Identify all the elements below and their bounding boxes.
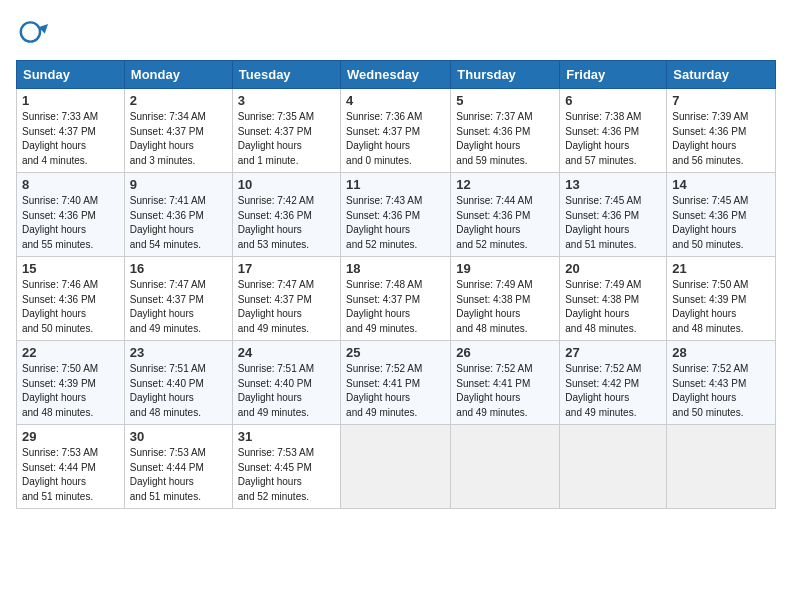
daylight-hours-label: Daylight hours	[238, 476, 302, 487]
calendar-cell: 7Sunrise: 7:39 AMSunset: 4:36 PMDaylight…	[667, 89, 776, 173]
day-number: 22	[22, 345, 119, 360]
day-number: 19	[456, 261, 554, 276]
sunrise-info: Sunrise: 7:52 AM	[565, 363, 641, 374]
calendar-cell: 4Sunrise: 7:36 AMSunset: 4:37 PMDaylight…	[341, 89, 451, 173]
sunrise-info: Sunrise: 7:44 AM	[456, 195, 532, 206]
day-number: 2	[130, 93, 227, 108]
sunrise-info: Sunrise: 7:47 AM	[130, 279, 206, 290]
day-info: Sunrise: 7:41 AMSunset: 4:36 PMDaylight …	[130, 194, 227, 252]
daylight-hours-label: Daylight hours	[130, 392, 194, 403]
sunset-info: Sunset: 4:38 PM	[456, 294, 530, 305]
daylight-hours-label: Daylight hours	[456, 224, 520, 235]
calendar-cell	[560, 425, 667, 509]
calendar-cell	[451, 425, 560, 509]
sunset-info: Sunset: 4:44 PM	[130, 462, 204, 473]
sunrise-info: Sunrise: 7:47 AM	[238, 279, 314, 290]
daylight-hours-value: and 49 minutes.	[346, 323, 417, 334]
day-number: 30	[130, 429, 227, 444]
day-of-week-header: Wednesday	[341, 61, 451, 89]
calendar-cell: 8Sunrise: 7:40 AMSunset: 4:36 PMDaylight…	[17, 173, 125, 257]
day-number: 31	[238, 429, 335, 444]
calendar-cell: 11Sunrise: 7:43 AMSunset: 4:36 PMDayligh…	[341, 173, 451, 257]
day-number: 18	[346, 261, 445, 276]
sunset-info: Sunset: 4:36 PM	[456, 210, 530, 221]
sunrise-info: Sunrise: 7:52 AM	[456, 363, 532, 374]
day-of-week-header: Thursday	[451, 61, 560, 89]
daylight-hours-label: Daylight hours	[565, 308, 629, 319]
day-info: Sunrise: 7:36 AMSunset: 4:37 PMDaylight …	[346, 110, 445, 168]
sunset-info: Sunset: 4:39 PM	[672, 294, 746, 305]
calendar-cell: 24Sunrise: 7:51 AMSunset: 4:40 PMDayligh…	[232, 341, 340, 425]
day-info: Sunrise: 7:39 AMSunset: 4:36 PMDaylight …	[672, 110, 770, 168]
sunset-info: Sunset: 4:37 PM	[238, 294, 312, 305]
daylight-hours-value: and 52 minutes.	[238, 491, 309, 502]
day-of-week-header: Saturday	[667, 61, 776, 89]
daylight-hours-value: and 50 minutes.	[672, 407, 743, 418]
daylight-hours-value: and 56 minutes.	[672, 155, 743, 166]
daylight-hours-value: and 49 minutes.	[346, 407, 417, 418]
day-info: Sunrise: 7:42 AMSunset: 4:36 PMDaylight …	[238, 194, 335, 252]
sunrise-info: Sunrise: 7:46 AM	[22, 279, 98, 290]
day-of-week-header: Friday	[560, 61, 667, 89]
calendar-cell: 16Sunrise: 7:47 AMSunset: 4:37 PMDayligh…	[124, 257, 232, 341]
daylight-hours-label: Daylight hours	[672, 392, 736, 403]
daylight-hours-label: Daylight hours	[565, 224, 629, 235]
calendar-cell: 31Sunrise: 7:53 AMSunset: 4:45 PMDayligh…	[232, 425, 340, 509]
calendar-cell: 25Sunrise: 7:52 AMSunset: 4:41 PMDayligh…	[341, 341, 451, 425]
daylight-hours-label: Daylight hours	[456, 308, 520, 319]
daylight-hours-value: and 49 minutes.	[130, 323, 201, 334]
daylight-hours-label: Daylight hours	[346, 392, 410, 403]
day-number: 8	[22, 177, 119, 192]
daylight-hours-label: Daylight hours	[130, 476, 194, 487]
daylight-hours-label: Daylight hours	[672, 140, 736, 151]
calendar-header-row: SundayMondayTuesdayWednesdayThursdayFrid…	[17, 61, 776, 89]
page-header	[16, 16, 776, 48]
day-number: 28	[672, 345, 770, 360]
day-info: Sunrise: 7:52 AMSunset: 4:42 PMDaylight …	[565, 362, 661, 420]
day-info: Sunrise: 7:47 AMSunset: 4:37 PMDaylight …	[238, 278, 335, 336]
daylight-hours-label: Daylight hours	[565, 140, 629, 151]
calendar-cell: 26Sunrise: 7:52 AMSunset: 4:41 PMDayligh…	[451, 341, 560, 425]
day-number: 3	[238, 93, 335, 108]
day-number: 23	[130, 345, 227, 360]
sunrise-info: Sunrise: 7:35 AM	[238, 111, 314, 122]
daylight-hours-label: Daylight hours	[346, 308, 410, 319]
calendar-week-row: 29Sunrise: 7:53 AMSunset: 4:44 PMDayligh…	[17, 425, 776, 509]
day-number: 5	[456, 93, 554, 108]
day-info: Sunrise: 7:33 AMSunset: 4:37 PMDaylight …	[22, 110, 119, 168]
day-info: Sunrise: 7:51 AMSunset: 4:40 PMDaylight …	[238, 362, 335, 420]
sunrise-info: Sunrise: 7:45 AM	[672, 195, 748, 206]
daylight-hours-label: Daylight hours	[22, 476, 86, 487]
day-number: 12	[456, 177, 554, 192]
calendar-cell: 6Sunrise: 7:38 AMSunset: 4:36 PMDaylight…	[560, 89, 667, 173]
calendar-cell: 17Sunrise: 7:47 AMSunset: 4:37 PMDayligh…	[232, 257, 340, 341]
daylight-hours-label: Daylight hours	[672, 308, 736, 319]
calendar-cell: 13Sunrise: 7:45 AMSunset: 4:36 PMDayligh…	[560, 173, 667, 257]
daylight-hours-value: and 0 minutes.	[346, 155, 412, 166]
sunset-info: Sunset: 4:36 PM	[238, 210, 312, 221]
day-of-week-header: Sunday	[17, 61, 125, 89]
sunset-info: Sunset: 4:37 PM	[346, 294, 420, 305]
daylight-hours-value: and 50 minutes.	[22, 323, 93, 334]
svg-point-0	[21, 22, 40, 41]
sunset-info: Sunset: 4:37 PM	[130, 294, 204, 305]
sunrise-info: Sunrise: 7:53 AM	[22, 447, 98, 458]
daylight-hours-value: and 48 minutes.	[565, 323, 636, 334]
daylight-hours-label: Daylight hours	[346, 224, 410, 235]
day-number: 7	[672, 93, 770, 108]
daylight-hours-label: Daylight hours	[22, 392, 86, 403]
day-of-week-header: Tuesday	[232, 61, 340, 89]
sunset-info: Sunset: 4:45 PM	[238, 462, 312, 473]
daylight-hours-value: and 51 minutes.	[22, 491, 93, 502]
sunrise-info: Sunrise: 7:53 AM	[238, 447, 314, 458]
day-number: 17	[238, 261, 335, 276]
day-info: Sunrise: 7:46 AMSunset: 4:36 PMDaylight …	[22, 278, 119, 336]
day-number: 15	[22, 261, 119, 276]
sunrise-info: Sunrise: 7:52 AM	[672, 363, 748, 374]
day-info: Sunrise: 7:40 AMSunset: 4:36 PMDaylight …	[22, 194, 119, 252]
calendar-week-row: 15Sunrise: 7:46 AMSunset: 4:36 PMDayligh…	[17, 257, 776, 341]
calendar-cell: 10Sunrise: 7:42 AMSunset: 4:36 PMDayligh…	[232, 173, 340, 257]
day-number: 13	[565, 177, 661, 192]
daylight-hours-value: and 48 minutes.	[22, 407, 93, 418]
day-number: 10	[238, 177, 335, 192]
